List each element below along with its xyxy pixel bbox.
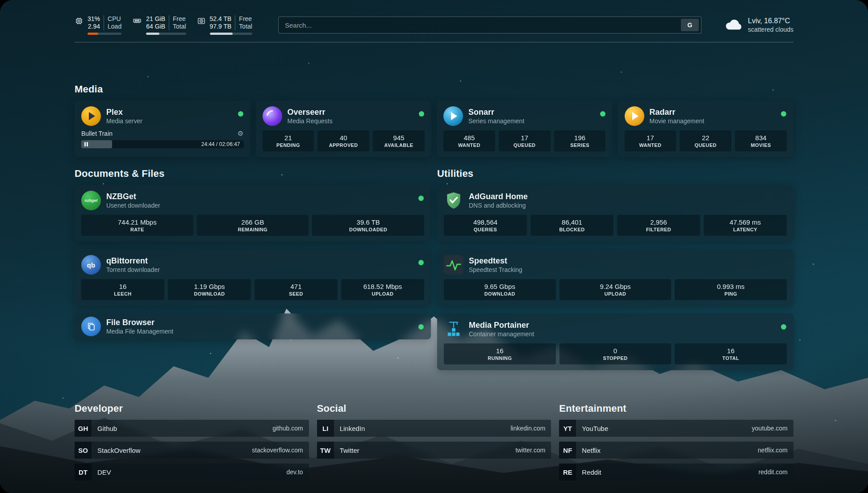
app-subtitle: Media Requests (288, 117, 333, 125)
stat-series: 196SERIES (554, 130, 606, 151)
app-subtitle: Container management (469, 330, 534, 338)
storage-monitor: 52.4 TB 97.9 TB Free Total (197, 15, 252, 35)
app-card-plex[interactable]: Plex Media server Bullet Train ⚙ (75, 100, 250, 157)
pause-icon[interactable] (84, 142, 88, 146)
storage-progress-bar (210, 33, 252, 35)
storage-total-value: 97.9 TB (210, 23, 232, 30)
plex-icon (81, 106, 101, 126)
cpu-load-value: 2.94 (88, 23, 100, 30)
section-title-documents: Documents & Files (75, 168, 431, 180)
stat-wanted: 485WANTED (443, 130, 495, 151)
divider (235, 15, 235, 30)
app-subtitle: Torrent downloader (106, 266, 160, 274)
app-card-speedtest[interactable]: Speedtest Speedtest Tracking 9.65 GbpsDO… (437, 249, 793, 306)
status-dot (238, 111, 243, 117)
stat-downloaded: 39.6 TBDOWNLOADED (312, 215, 424, 236)
search-input[interactable] (285, 21, 677, 29)
cpu-monitor: 31% 2.94 CPU Load (75, 15, 121, 35)
stat-queued: 17QUEUED (499, 130, 551, 151)
app-card-portainer[interactable]: Media Portainer Container management 16R… (437, 313, 793, 370)
bookmark-stackoverflow[interactable]: SO StackOverflow stackoverflow.com (75, 442, 309, 459)
memory-total-label: Total (173, 23, 186, 30)
section-title-utilities: Utilities (437, 168, 793, 180)
app-subtitle: Media File Management (106, 327, 173, 335)
ram-icon (132, 17, 142, 35)
github-badge-icon: GH (75, 420, 92, 437)
stat-available: 945AVAILABLE (373, 130, 425, 151)
search-bar[interactable]: G (278, 17, 701, 33)
playback-progress-bar[interactable]: 24:44 / 02:06:47 (81, 140, 244, 148)
storage-free-value: 52.4 TB (210, 15, 232, 23)
app-card-adguard[interactable]: AdGuard Home DNS and adblocking 498,564Q… (437, 185, 793, 242)
app-subtitle: Movie management (650, 117, 705, 125)
status-dot (781, 111, 786, 117)
memory-free-label: Free (173, 15, 186, 23)
status-dot (600, 111, 605, 117)
youtube-badge-icon: YT (559, 420, 576, 437)
app-subtitle: Speedtest Tracking (469, 266, 522, 274)
bookmark-linkedin[interactable]: LI LinkedIn linkedin.com (317, 420, 551, 437)
cpu-icon (75, 17, 83, 35)
bookmark-reddit[interactable]: RE Reddit reddit.com (559, 464, 793, 480)
app-name: File Browser (106, 318, 173, 327)
bookmark-github[interactable]: GH Github github.com (75, 420, 309, 437)
bookmark-dev[interactable]: DT DEV dev.to (75, 464, 309, 480)
app-subtitle: DNS and adblocking (469, 201, 528, 209)
stat-upload: 9.24 GbpsUPLOAD (559, 279, 672, 300)
memory-free-value: 21 GiB (146, 15, 165, 23)
divider (169, 15, 169, 30)
app-subtitle: Media server (106, 117, 142, 125)
bookmark-netflix[interactable]: NF Netflix netflix.com (559, 442, 793, 459)
app-card-sonarr[interactable]: Sonarr Series management 485WANTED 17QUE… (437, 100, 613, 157)
section-title-developer: Developer (75, 403, 309, 414)
app-card-overseerr[interactable]: Overseerr Media Requests 21PENDING 40APP… (256, 100, 432, 157)
stat-running: 16RUNNING (444, 343, 556, 364)
header-divider (75, 42, 793, 42)
stat-upload: 618.52 MbpsUPLOAD (341, 279, 424, 300)
app-name: Radarr (650, 107, 705, 117)
stat-queued: 22QUEUED (680, 130, 731, 151)
memory-total-value: 64 GiB (146, 23, 165, 30)
linkedin-badge-icon: LI (317, 420, 334, 437)
memory-monitor: 21 GiB 64 GiB Free Total (132, 15, 186, 35)
app-card-radarr[interactable]: Radarr Movie management 17WANTED 22QUEUE… (618, 100, 794, 157)
app-name: Overseerr (288, 107, 333, 117)
playback-time: 24:44 / 02:06:47 (201, 141, 240, 147)
stat-rate: 744.21 MbpsRATE (81, 215, 193, 236)
app-card-qbittorrent[interactable]: qb qBittorrent Torrent downloader 16LEEC… (75, 249, 431, 306)
status-dot (419, 111, 424, 117)
bookmark-twitter[interactable]: TW Twitter twitter.com (317, 442, 551, 459)
stat-queries: 498,564QUERIES (444, 215, 527, 236)
stat-approved: 40APPROVED (317, 130, 369, 151)
radarr-icon (625, 106, 644, 126)
nzbget-icon: nzbget (81, 191, 101, 210)
stat-wanted: 17WANTED (625, 130, 676, 151)
cpu-progress-bar (88, 33, 121, 35)
app-name: AdGuard Home (469, 192, 528, 201)
stat-latency: 47.569 msLATENCY (704, 215, 787, 236)
qbittorrent-icon: qb (81, 255, 101, 275)
search-engine-button[interactable]: G (681, 19, 699, 31)
cpu-load-label: Load (108, 23, 121, 30)
app-card-nzbget[interactable]: nzbget NZBGet Usenet downloader 744.21 M… (75, 185, 431, 242)
app-subtitle: Series management (468, 117, 524, 125)
app-name: NZBGet (106, 192, 160, 201)
stat-remaining: 266 GBREMAINING (197, 215, 309, 236)
twitter-badge-icon: TW (317, 442, 334, 459)
dashboard: 31% 2.94 CPU Load (0, 0, 868, 493)
speedtest-pulse-icon (444, 255, 463, 275)
storage-free-label: Free (239, 15, 252, 23)
overseerr-icon (263, 106, 282, 126)
settings-gear-icon[interactable]: ⚙ (238, 130, 243, 138)
status-dot (418, 324, 424, 330)
sonarr-icon (443, 106, 463, 126)
app-name: Sonarr (468, 107, 524, 117)
app-subtitle: Usenet downloader (106, 201, 160, 209)
stat-movies: 834MOVIES (735, 130, 787, 151)
bookmark-youtube[interactable]: YT YouTube youtube.com (559, 420, 793, 437)
section-title-social: Social (317, 403, 551, 414)
divider (104, 15, 104, 30)
app-card-filebrowser[interactable]: File Browser Media File Management (75, 313, 431, 339)
status-dot (418, 260, 424, 265)
adguard-shield-icon (444, 191, 463, 210)
